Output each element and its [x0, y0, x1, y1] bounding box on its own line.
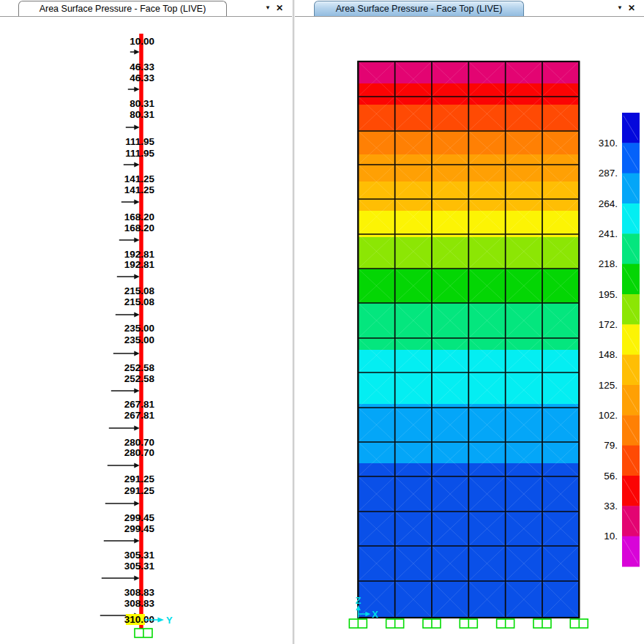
- load-arrow-head: [134, 351, 140, 356]
- pressure-value-label: 280.70: [124, 437, 154, 448]
- y-axis-label: Y: [166, 615, 173, 626]
- load-arrow-head: [134, 86, 140, 91]
- legend-label: 287.: [599, 168, 618, 179]
- load-arrow-head: [134, 162, 140, 167]
- load-arrow-head: [134, 199, 140, 204]
- left-view-panel: Area Surface Pressure - Face Top (LIVE) …: [0, 0, 292, 644]
- legend-label: 79.: [604, 440, 618, 451]
- pressure-value-label: 252.58: [124, 362, 155, 373]
- x-axis-label: X: [372, 609, 378, 620]
- pressure-value-label: 192.81: [124, 249, 155, 260]
- load-arrow-head: [134, 49, 140, 54]
- legend-label: 241.: [599, 228, 618, 239]
- pressure-value-label: 291.25: [124, 473, 155, 484]
- pressure-value-label: 267.81: [124, 399, 155, 410]
- pressure-value-label: 305.31: [124, 550, 155, 561]
- right-view-panel: Area Surface Pressure - Face Top (LIVE) …: [295, 0, 644, 644]
- right-tab-controls: ▼ ✕: [617, 0, 635, 16]
- pressure-value-label: 235.00: [124, 334, 154, 345]
- pressure-value-label: 299.45: [124, 512, 155, 523]
- pressure-value-label: 46.33: [130, 72, 154, 83]
- right-tabbar: Area Surface Pressure - Face Top (LIVE) …: [295, 0, 644, 17]
- legend-label: 102.: [599, 410, 618, 421]
- left-tab-title: Area Surface Pressure - Face Top (LIVE): [40, 4, 206, 14]
- legend-label: 125.: [599, 380, 618, 391]
- pressure-value-label: 80.31: [130, 109, 154, 120]
- pressure-value-label: 267.81: [124, 410, 155, 421]
- legend-label: 56.: [604, 471, 618, 482]
- load-arrow-head: [134, 575, 140, 580]
- pressure-value-label: 80.31: [130, 98, 154, 109]
- right-tab[interactable]: Area Surface Pressure - Face Top (LIVE): [314, 1, 524, 16]
- tab-dropdown-icon[interactable]: ▼: [265, 5, 271, 11]
- app-window: Area Surface Pressure - Face Top (LIVE) …: [0, 0, 644, 644]
- load-elevation-view[interactable]: 10.0046.3346.3380.3180.31111.95111.95141…: [0, 17, 292, 644]
- pressure-value-label: 215.08: [124, 296, 155, 307]
- load-arrow-head: [134, 274, 140, 279]
- pressure-value-label: 10.00: [130, 36, 154, 47]
- legend-label: 33.: [604, 501, 618, 512]
- pressure-value-label: 111.95: [125, 148, 154, 159]
- pressure-value-label: 46.33: [130, 61, 154, 72]
- contour-elevation-view[interactable]: ZX310.287.264.241.218.195.172.148.125.10…: [295, 17, 644, 644]
- pressure-value-label: 168.20: [124, 211, 154, 222]
- pressure-value-label: 215.08: [124, 285, 155, 296]
- pressure-value-label: 308.83: [124, 598, 155, 609]
- pressure-value-label: 291.25: [124, 485, 155, 496]
- pressure-value-label: 305.31: [124, 561, 155, 572]
- pressure-value-label: 252.58: [124, 373, 155, 384]
- load-arrow-head: [134, 388, 140, 393]
- load-arrow-head: [134, 237, 140, 242]
- load-arrow-head: [134, 124, 140, 130]
- legend-label: 172.: [599, 319, 618, 330]
- load-arrow-head: [134, 463, 140, 468]
- pressure-value-label: 141.25: [124, 173, 155, 184]
- pressure-value-label: 111.95: [125, 136, 154, 147]
- left-tab[interactable]: Area Surface Pressure - Face Top (LIVE): [18, 1, 227, 16]
- pressure-value-label: 192.81: [124, 259, 155, 270]
- legend-label: 310.: [599, 138, 618, 149]
- pressure-value-label: 299.45: [124, 523, 155, 534]
- load-arrow-head: [134, 501, 140, 506]
- pressure-value-label: 141.25: [124, 184, 155, 195]
- legend-label: 264.: [599, 198, 618, 209]
- legend-label: 195.: [599, 289, 618, 300]
- load-arrow-head: [134, 312, 140, 317]
- pressure-value-label: 168.20: [124, 222, 154, 233]
- pressure-value-label: 308.83: [124, 587, 155, 598]
- z-axis-label: Z: [356, 595, 362, 606]
- legend-label: 148.: [599, 349, 618, 360]
- left-tab-controls: ▼ ✕: [265, 0, 283, 16]
- tab-close-icon[interactable]: ✕: [276, 4, 283, 12]
- load-arrow-head: [134, 425, 140, 430]
- right-tab-title: Area Surface Pressure - Face Top (LIVE): [336, 4, 503, 14]
- legend-label: 218.: [599, 258, 618, 269]
- left-tabbar: Area Surface Pressure - Face Top (LIVE) …: [0, 0, 292, 17]
- load-arrow-head: [134, 538, 140, 543]
- pressure-value-label: 280.70: [124, 447, 154, 458]
- legend-label: 10.: [604, 531, 618, 542]
- y-axis-arrowhead: [158, 617, 165, 622]
- tab-dropdown-icon[interactable]: ▼: [617, 5, 623, 11]
- tab-close-icon[interactable]: ✕: [628, 4, 635, 12]
- pressure-value-label: 235.00: [124, 323, 154, 334]
